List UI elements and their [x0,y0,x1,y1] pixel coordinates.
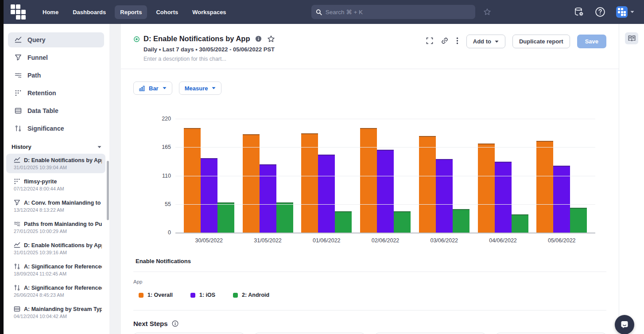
history-item-timestamp: 27/01/2025 10:00:29 AM [14,229,102,234]
nav-item-home[interactable]: Home [37,5,64,19]
chevron-down-icon [163,87,167,89]
bar-1-overall[interactable] [478,144,495,233]
description-input[interactable] [144,56,330,62]
add-to-label: Add to [473,38,491,45]
sidebar-item-query[interactable]: Query [8,32,104,47]
legend-swatch [233,293,238,298]
chat-widget-button[interactable] [615,315,634,334]
report-canvas: D: Enable Notifications by App Daily • L… [121,24,619,334]
history-item-title: Paths from Mainlanding to Pu... [24,221,102,227]
chart-type-selector[interactable]: Bar [133,82,172,95]
history-item-timestamp: 26/06/2024 8:45:23 AM [14,292,102,298]
more-options-icon[interactable] [456,37,458,44]
history-header[interactable]: History [12,144,101,150]
history-item-title: A: Significance for Referenced ... [24,285,102,291]
bar-2-android[interactable] [217,202,234,233]
gridline [175,119,595,119]
chart-section: 30/05/202231/05/202201/06/202202/06/2022… [121,119,619,334]
funnel-icon [15,54,22,61]
legend-item-2-android[interactable]: 2: Android [233,292,269,298]
bar-1-ios[interactable] [436,159,453,233]
measure-selector[interactable]: Measure [179,82,222,95]
history-item-timestamp: 04/12/2024 10:04:42 AM [14,314,102,319]
search-input[interactable] [326,9,471,16]
bar-1-ios[interactable] [495,162,512,233]
sidebar-item-label: Retention [27,89,56,97]
fullscreen-icon[interactable] [426,37,433,44]
bar-1-overall[interactable] [536,141,553,233]
x-axis-label: 31/05/2022 [254,237,282,244]
favorite-star-icon[interactable] [483,8,491,16]
legend-label: 1: Overall [147,292,173,298]
primary-nav: HomeDashboardsReportsCohortsWorkspaces [37,5,232,19]
date-range-summary[interactable]: Daily • Last 7 days • 30/05/2022 - 05/06… [144,46,426,53]
history-item[interactable]: A: Mainlanding by Stream Type04/12/2024 … [6,303,105,322]
x-axis-label: 02/06/2022 [372,237,400,244]
book-icon [628,35,636,42]
bar-2-android[interactable] [453,209,469,233]
bar-1-overall[interactable] [419,136,436,233]
help-icon[interactable] [595,7,605,17]
copy-link-icon[interactable] [441,37,448,44]
bar-1-overall[interactable] [360,128,377,233]
collapse-caret-icon[interactable] [97,146,101,148]
gridline [175,147,595,148]
bar-2-android[interactable] [335,211,352,233]
sidebar-item-path[interactable]: Path [8,66,104,84]
star-report-icon[interactable] [267,35,275,43]
history-item[interactable]: A: Significance for Referenced ...18/09/… [6,260,105,280]
bar-1-ios[interactable] [260,164,276,233]
bar-1-overall[interactable] [184,128,201,233]
legend-item-1-overall[interactable]: 1: Overall [139,292,173,298]
bar-2-android[interactable] [394,211,411,233]
nav-item-cohorts[interactable]: Cohorts [151,5,183,19]
nav-item-workspaces[interactable]: Workspaces [187,5,231,19]
sidebar-item-data-table[interactable]: Data Table [8,102,104,120]
y-axis-tick: 165 [153,144,171,150]
chevron-down-icon [212,87,216,89]
report-title[interactable]: D: Enable Notifications by App [144,35,250,43]
sidebar-scrollbar[interactable] [107,161,109,220]
duplicate-report-button[interactable]: Duplicate report [512,35,570,48]
info-icon[interactable] [255,35,262,42]
bar-1-overall[interactable] [301,133,318,233]
bar-2-android[interactable] [276,202,293,233]
report-type-nav: QueryFunnelPathRetentionData TableSignif… [4,24,109,137]
bar-1-ios[interactable] [201,158,217,233]
info-outline-icon[interactable] [172,320,178,327]
add-to-button[interactable]: Add to [466,35,505,48]
bar-2-android[interactable] [570,208,587,233]
line-chart-icon [14,242,20,249]
history-item-title: D: Enable Notifications by App [24,157,102,163]
account-menu[interactable] [616,6,634,18]
save-button[interactable]: Save [577,35,606,48]
docs-button[interactable] [625,32,638,44]
history-item[interactable]: A: Significance for Referenced ...26/06/… [6,281,105,301]
chat-bubble-icon [619,319,630,330]
nav-item-reports[interactable]: Reports [115,5,147,19]
report-header: D: Enable Notifications by App Daily • L… [121,24,619,69]
avatar [616,6,628,18]
event-label[interactable]: Enable Notifications [136,258,606,264]
significance-icon [14,263,20,270]
app-logo-icon[interactable] [11,4,26,19]
bar-1-ios[interactable] [377,150,394,233]
nav-item-dashboards[interactable]: Dashboards [67,5,111,19]
sidebar-item-retention[interactable]: Retention [8,84,104,102]
global-search[interactable] [311,5,475,19]
history-item[interactable]: D: Enable Notifications by App31/01/2025… [6,239,105,258]
sidebar-item-significance[interactable]: Significance [8,120,104,137]
x-axis-label: 03/06/2022 [430,237,458,244]
sidebar-item-funnel[interactable]: Funnel [8,49,104,66]
significance-icon [14,284,20,291]
history-item[interactable]: Paths from Mainlanding to Pu...27/01/202… [6,217,105,237]
bar-1-ios[interactable] [318,155,335,233]
data-management-icon[interactable] [574,7,584,17]
history-item[interactable]: D: Enable Notifications by App31/01/2025… [6,154,105,173]
legend-item-1-ios[interactable]: 1: iOS [190,292,215,298]
history-item[interactable]: A: Conv. from Mainlanding to ...13/12/20… [6,196,105,216]
history-item[interactable]: flimsy-pyrite07/12/2024 8:00:44 AM [6,175,105,194]
table-icon [15,107,22,114]
bar-2-android[interactable] [512,214,528,233]
bar-1-overall[interactable] [243,134,260,233]
